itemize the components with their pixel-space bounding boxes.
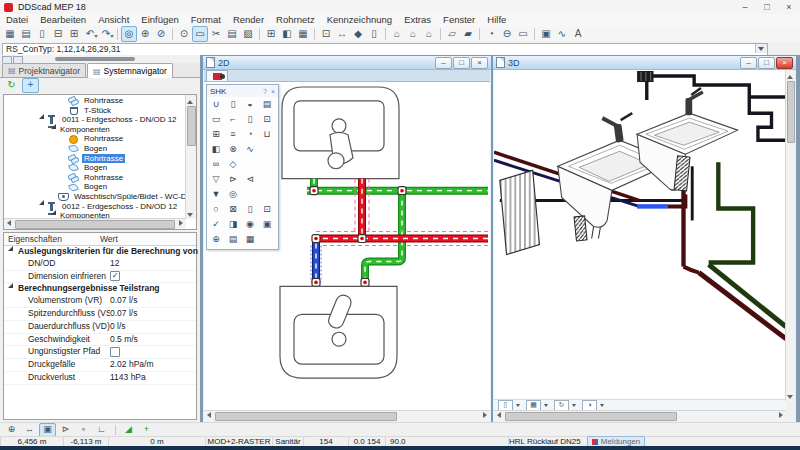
close-button[interactable]: ×: [471, 57, 488, 69]
menu-item[interactable]: Render: [227, 14, 270, 26]
house-view-icon[interactable]: ⌂: [405, 26, 421, 42]
property-value[interactable]: 1143 hPa: [110, 372, 196, 384]
dishwasher-icon[interactable]: ⊞: [209, 128, 223, 140]
menu-item[interactable]: Fenster: [437, 14, 481, 26]
minimize-button[interactable]: –: [740, 57, 757, 69]
menu-item[interactable]: Hilfe: [481, 14, 512, 26]
toilet-icon[interactable]: ◔: [243, 128, 257, 140]
layers-icon[interactable]: ▦: [295, 26, 311, 42]
panels-icon[interactable]: ▦: [2, 26, 18, 42]
property-row[interactable]: Berechnungsergebnisse Teilstrang: [4, 283, 196, 295]
scrollbar-thumb[interactable]: [15, 220, 175, 229]
view-2d-titlebar[interactable]: 2D –□×: [203, 56, 491, 70]
property-row[interactable]: Auslegungskriterien für die Berechnung v…: [4, 246, 196, 258]
layer-tab[interactable]: [206, 70, 228, 81]
text-icon[interactable]: A: [570, 26, 586, 42]
redo-icon[interactable]: ↷: [98, 26, 114, 42]
tree-item[interactable]: Rohrtrasse: [4, 154, 186, 164]
shower-tray-icon[interactable]: ⊔: [260, 128, 274, 140]
scroll-right-icon[interactable]: [777, 411, 786, 420]
menu-item[interactable]: Rohrnetz: [270, 14, 321, 26]
shower-icon[interactable]: ◧: [209, 143, 223, 155]
new-document-icon[interactable]: ▯: [34, 26, 50, 42]
property-row[interactable]: Volumenstrom (VR)0.07 l/s: [4, 295, 196, 308]
scroll-down-icon[interactable]: [186, 210, 195, 219]
checkbox[interactable]: [110, 347, 120, 357]
property-value[interactable]: 0.07 l/s: [110, 295, 196, 307]
urinal-icon[interactable]: ▯: [226, 98, 240, 110]
pipe-run-icon[interactable]: ∞: [209, 158, 223, 170]
check-tool-icon[interactable]: ✓: [209, 218, 223, 230]
drawing-canvas-3d[interactable]: [494, 70, 786, 400]
property-row[interactable]: DN/OD12: [4, 258, 196, 271]
property-row[interactable]: Ungünstigster Pfad: [4, 346, 196, 359]
zoom-icon[interactable]: ⊕: [3, 423, 20, 437]
minimize-button[interactable]: –: [435, 57, 452, 69]
property-value[interactable]: 0.5 m/s: [110, 334, 196, 346]
tree-item[interactable]: 0012 - Erdgeschoss - DN/OD 12: [4, 202, 186, 212]
layers-tool-icon[interactable]: ◨: [226, 218, 240, 230]
clock-icon[interactable]: ◔: [483, 26, 499, 42]
tree-horizontal-scrollbar[interactable]: [4, 218, 186, 229]
rectangle-select-icon[interactable]: ▭: [192, 26, 208, 42]
scroll-right-icon[interactable]: [481, 411, 490, 420]
washbasin-icon[interactable]: ∪: [209, 98, 223, 110]
pan-icon[interactable]: ↔: [21, 423, 38, 437]
scroll-down-icon[interactable]: [786, 392, 795, 401]
drain-icon[interactable]: ▼: [209, 188, 223, 200]
mixer-valve-icon[interactable]: ⊲: [243, 173, 257, 185]
copy-tool-icon[interactable]: ▤: [226, 233, 240, 245]
tree-item[interactable]: Bogen: [4, 144, 186, 154]
scroll-left-icon[interactable]: [204, 411, 213, 420]
refresh-icon[interactable]: ↻: [3, 78, 20, 93]
drawing-canvas-2d[interactable]: SHK?×∪▯◒▤▭⌐▯⊡⊞≡◔⊔◧⊗∿∞◇▽⊳⊲▼◎○⊠▯⊡✓◨◉▣⊕▤▦: [204, 82, 490, 411]
minimize-button[interactable]: –: [734, 1, 756, 14]
menu-item[interactable]: Kennzeichnung: [321, 14, 399, 26]
property-value[interactable]: 0.07 l/s: [110, 308, 196, 320]
property-row[interactable]: Dauerdurchfluss (VD)0 l/s: [4, 321, 196, 334]
ring-fitting-icon[interactable]: ○: [209, 203, 223, 215]
shk-palette-header[interactable]: SHK?×: [207, 85, 278, 97]
tree-vertical-scrollbar[interactable]: [185, 95, 196, 219]
polyline-icon[interactable]: ∿: [554, 26, 570, 42]
scrollbar-thumb[interactable]: [187, 106, 196, 146]
scroll-left-icon[interactable]: [4, 219, 13, 228]
menu-item[interactable]: Datei: [0, 14, 34, 26]
dimension-icon[interactable]: ⊡: [318, 26, 334, 42]
undo-icon[interactable]: ↶: [82, 26, 98, 42]
menu-item[interactable]: Bearbeiten: [34, 14, 92, 26]
scroll-up-icon[interactable]: [186, 95, 195, 104]
restore-button[interactable]: □: [453, 57, 470, 69]
fan-icon[interactable]: ⊗: [226, 143, 240, 155]
menu-item[interactable]: Format: [185, 14, 227, 26]
viewports-icon[interactable]: ▤: [18, 26, 34, 42]
funnel-icon[interactable]: ▽: [209, 173, 223, 185]
bathtub-icon[interactable]: ▭: [209, 113, 223, 125]
restore-button[interactable]: □: [758, 57, 775, 69]
origin-icon[interactable]: ∘: [75, 423, 92, 437]
zoom-window-icon[interactable]: ▣: [39, 423, 56, 437]
menu-item[interactable]: Extras: [398, 14, 437, 26]
export-icon[interactable]: ▱: [444, 26, 460, 42]
scrollbar-thumb[interactable]: [787, 81, 795, 143]
navigator-tab[interactable]: ▤Systemnavigator: [87, 63, 173, 78]
tree-item[interactable]: Rohrtrasse: [4, 134, 186, 144]
menu-item[interactable]: Ansicht: [92, 14, 135, 26]
property-row[interactable]: Dimension einfrieren: [4, 271, 196, 284]
rotate-tool-icon[interactable]: ⊕: [137, 26, 153, 42]
faucet-icon[interactable]: ⌐: [226, 113, 240, 125]
property-row[interactable]: Druckgefälle2.02 hPa/m: [4, 359, 196, 372]
scrollbar-thumb[interactable]: [505, 412, 677, 421]
note-icon[interactable]: ▭: [515, 26, 531, 42]
slope-icon[interactable]: ◢: [120, 423, 137, 437]
search-tool-icon[interactable]: ⊕: [209, 233, 223, 245]
measure-icon[interactable]: ↔: [334, 26, 350, 42]
flag-icon[interactable]: ⊳: [57, 423, 74, 437]
navigator-tab[interactable]: ▤Projektnavigator: [2, 63, 86, 77]
scroll-right-icon[interactable]: [177, 219, 186, 228]
property-row[interactable]: Druckverlust1143 hPa: [4, 372, 196, 385]
close-button[interactable]: ×: [776, 57, 793, 69]
frame-select-icon[interactable]: ▯: [366, 26, 382, 42]
panel-grip[interactable]: [55, 57, 135, 61]
info-tool-icon[interactable]: ◉: [243, 218, 257, 230]
